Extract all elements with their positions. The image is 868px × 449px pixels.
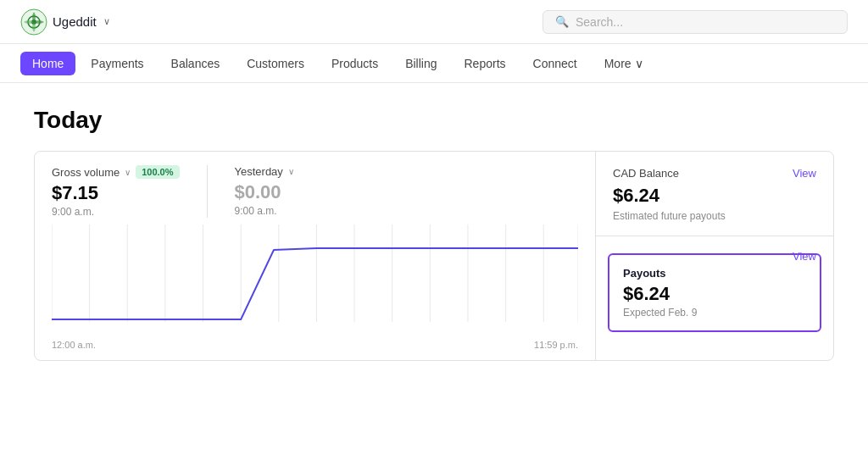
nav-item-connect[interactable]: Connect	[521, 52, 589, 75]
metric-row: Gross volume ∨ 100.0% $7.15 9:00 a.m. Ye…	[35, 152, 595, 224]
page-title: Today	[34, 107, 834, 134]
yesterday-label: Yesterday ∨	[235, 165, 294, 178]
yesterday-metric: Yesterday ∨ $0.00 9:00 a.m.	[235, 165, 294, 217]
gross-volume-badge: 100.0%	[136, 165, 179, 179]
chart-end-label: 11:59 p.m.	[534, 340, 578, 350]
chart-start-label: 12:00 a.m.	[52, 340, 96, 350]
cad-balance-value: $6.24	[613, 185, 816, 207]
payouts-section: View Payouts $6.24 Expected Feb. 9	[596, 236, 833, 342]
main-nav: Home Payments Balances Customers Product…	[0, 44, 868, 83]
yesterday-value: $0.00	[235, 181, 294, 203]
search-icon: 🔍	[555, 15, 569, 28]
nav-item-customers[interactable]: Customers	[235, 52, 316, 75]
gross-volume-metric: Gross volume ∨ 100.0% $7.15 9:00 a.m.	[52, 165, 180, 218]
left-panel: Gross volume ∨ 100.0% $7.15 9:00 a.m. Ye…	[35, 152, 596, 360]
nav-item-balances[interactable]: Balances	[159, 52, 232, 75]
nav-item-products[interactable]: Products	[320, 52, 390, 75]
logo-area[interactable]: Ugeddit ∨	[20, 8, 110, 36]
logo-icon	[20, 8, 47, 36]
nav-item-reports[interactable]: Reports	[453, 52, 518, 75]
payouts-sub: Expected Feb. 9	[623, 307, 806, 319]
yesterday-chevron-icon: ∨	[288, 167, 294, 176]
dashboard-grid: Gross volume ∨ 100.0% $7.15 9:00 a.m. Ye…	[34, 151, 834, 361]
logo-name: Ugeddit	[53, 14, 97, 29]
payouts-block: Payouts $6.24 Expected Feb. 9	[608, 253, 821, 332]
chart-svg	[52, 224, 578, 335]
metric-divider	[207, 165, 208, 218]
chart-labels: 12:00 a.m. 11:59 p.m.	[52, 340, 578, 350]
search-bar[interactable]: 🔍	[542, 10, 848, 34]
cad-balance-block: CAD Balance View $6.24 Estimated future …	[596, 152, 833, 236]
yesterday-time: 9:00 a.m.	[235, 205, 294, 217]
nav-item-billing[interactable]: Billing	[393, 52, 448, 75]
payouts-view-link[interactable]: View	[793, 250, 816, 263]
cad-balance-header: CAD Balance View	[613, 167, 816, 180]
cad-balance-sub: Estimated future payouts	[613, 210, 816, 222]
nav-item-home[interactable]: Home	[20, 52, 75, 75]
gross-volume-value: $7.15	[52, 182, 180, 204]
logo-chevron-icon: ∨	[103, 16, 110, 27]
main-content: Today Gross volume ∨ 100.0% $7.15 9:00 a…	[0, 83, 868, 361]
topbar: Ugeddit ∨ 🔍	[0, 0, 868, 44]
right-panel: CAD Balance View $6.24 Estimated future …	[596, 152, 833, 360]
payouts-title: Payouts	[623, 267, 806, 280]
cad-balance-title: CAD Balance	[613, 167, 679, 180]
search-input[interactable]	[576, 15, 835, 29]
more-chevron-icon: ∨	[635, 57, 643, 70]
nav-item-payments[interactable]: Payments	[79, 52, 155, 75]
gross-volume-chevron-icon: ∨	[125, 168, 131, 177]
cad-balance-view-link[interactable]: View	[793, 167, 816, 180]
gross-volume-time: 9:00 a.m.	[52, 206, 180, 218]
nav-item-more[interactable]: More ∨	[593, 52, 655, 75]
gross-volume-label: Gross volume ∨ 100.0%	[52, 165, 180, 179]
payouts-value: $6.24	[623, 283, 806, 305]
chart-area: 12:00 a.m. 11:59 p.m.	[35, 224, 595, 360]
